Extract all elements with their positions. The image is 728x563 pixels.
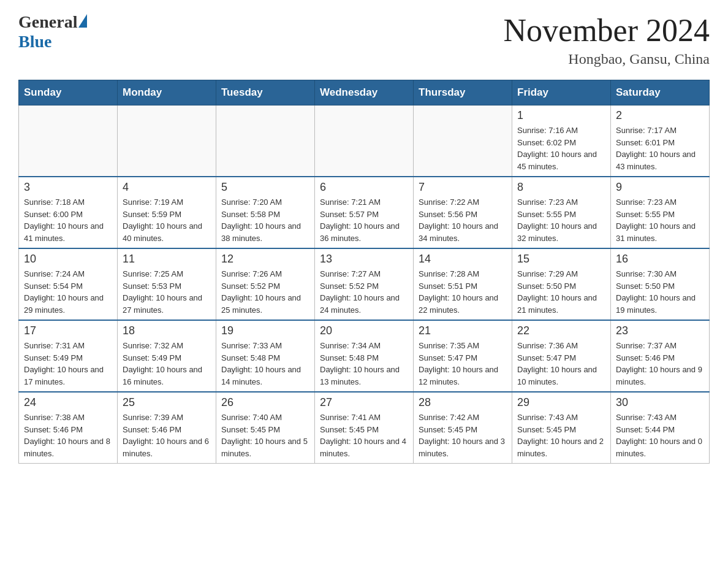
day-info: Sunrise: 7:38 AMSunset: 5:46 PMDaylight:…	[24, 412, 112, 459]
calendar-cell: 11Sunrise: 7:25 AMSunset: 5:53 PMDayligh…	[118, 248, 216, 320]
day-info: Sunrise: 7:25 AMSunset: 5:53 PMDaylight:…	[123, 268, 211, 316]
day-info: Sunrise: 7:24 AMSunset: 5:54 PMDaylight:…	[24, 268, 112, 316]
day-number: 8	[517, 181, 605, 194]
day-info: Sunrise: 7:35 AMSunset: 5:47 PMDaylight:…	[419, 340, 507, 388]
day-number: 14	[419, 253, 507, 266]
day-info: Sunrise: 7:19 AMSunset: 5:59 PMDaylight:…	[123, 196, 211, 244]
day-header-monday: Monday	[118, 80, 216, 105]
calendar-cell: 24Sunrise: 7:38 AMSunset: 5:46 PMDayligh…	[19, 392, 118, 464]
calendar-subtitle: Hongbao, Gansu, China	[504, 51, 710, 67]
day-number: 17	[24, 324, 112, 337]
calendar-cell: 16Sunrise: 7:30 AMSunset: 5:50 PMDayligh…	[611, 248, 710, 320]
day-number: 30	[616, 396, 704, 409]
day-number: 18	[123, 324, 211, 337]
day-number: 5	[221, 181, 309, 194]
day-number: 21	[419, 324, 507, 337]
day-number: 26	[221, 396, 309, 409]
week-row-2: 10Sunrise: 7:24 AMSunset: 5:54 PMDayligh…	[19, 248, 710, 320]
calendar-cell	[216, 105, 315, 177]
calendar-cell	[118, 105, 216, 177]
calendar-cell: 7Sunrise: 7:22 AMSunset: 5:56 PMDaylight…	[414, 177, 512, 248]
day-header-tuesday: Tuesday	[216, 80, 315, 105]
header: General Blue November 2024 Hongbao, Gans…	[18, 12, 710, 67]
calendar-cell: 12Sunrise: 7:26 AMSunset: 5:52 PMDayligh…	[216, 248, 315, 320]
day-number: 24	[24, 396, 112, 409]
calendar-cell: 18Sunrise: 7:32 AMSunset: 5:49 PMDayligh…	[118, 320, 216, 392]
week-row-3: 17Sunrise: 7:31 AMSunset: 5:49 PMDayligh…	[19, 320, 710, 392]
day-info: Sunrise: 7:36 AMSunset: 5:47 PMDaylight:…	[517, 340, 605, 388]
title-area: November 2024 Hongbao, Gansu, China	[504, 12, 710, 67]
day-info: Sunrise: 7:26 AMSunset: 5:52 PMDaylight:…	[221, 268, 309, 316]
calendar-cell: 3Sunrise: 7:18 AMSunset: 6:00 PMDaylight…	[19, 177, 118, 248]
day-info: Sunrise: 7:20 AMSunset: 5:58 PMDaylight:…	[221, 196, 309, 244]
logo-triangle-icon	[78, 14, 87, 28]
calendar-cell: 27Sunrise: 7:41 AMSunset: 5:45 PMDayligh…	[315, 392, 414, 464]
day-info: Sunrise: 7:43 AMSunset: 5:45 PMDaylight:…	[517, 412, 605, 459]
calendar-cell: 30Sunrise: 7:43 AMSunset: 5:44 PMDayligh…	[611, 392, 710, 464]
day-info: Sunrise: 7:28 AMSunset: 5:51 PMDaylight:…	[419, 268, 507, 316]
day-header-sunday: Sunday	[19, 80, 118, 105]
calendar-cell: 20Sunrise: 7:34 AMSunset: 5:48 PMDayligh…	[315, 320, 414, 392]
calendar-cell: 2Sunrise: 7:17 AMSunset: 6:01 PMDaylight…	[611, 105, 710, 177]
day-info: Sunrise: 7:41 AMSunset: 5:45 PMDaylight:…	[320, 412, 408, 459]
calendar-cell: 4Sunrise: 7:19 AMSunset: 5:59 PMDaylight…	[118, 177, 216, 248]
day-info: Sunrise: 7:27 AMSunset: 5:52 PMDaylight:…	[320, 268, 408, 316]
calendar-table: SundayMondayTuesdayWednesdayThursdayFrid…	[18, 80, 710, 464]
day-info: Sunrise: 7:32 AMSunset: 5:49 PMDaylight:…	[123, 340, 211, 388]
day-number: 4	[123, 181, 211, 194]
logo-text: General	[18, 12, 87, 32]
calendar-cell: 14Sunrise: 7:28 AMSunset: 5:51 PMDayligh…	[414, 248, 512, 320]
calendar-title: November 2024	[504, 12, 710, 48]
logo-area: General Blue	[18, 12, 87, 52]
day-number: 29	[517, 396, 605, 409]
day-info: Sunrise: 7:23 AMSunset: 5:55 PMDaylight:…	[616, 196, 704, 244]
day-header-row: SundayMondayTuesdayWednesdayThursdayFrid…	[19, 80, 710, 105]
day-number: 23	[616, 324, 704, 337]
calendar-cell: 19Sunrise: 7:33 AMSunset: 5:48 PMDayligh…	[216, 320, 315, 392]
day-header-thursday: Thursday	[414, 80, 512, 105]
day-number: 19	[221, 324, 309, 337]
day-number: 11	[123, 253, 211, 266]
calendar-cell: 15Sunrise: 7:29 AMSunset: 5:50 PMDayligh…	[512, 248, 611, 320]
day-number: 2	[616, 109, 704, 122]
week-row-0: 1Sunrise: 7:16 AMSunset: 6:02 PMDaylight…	[19, 105, 710, 177]
week-row-4: 24Sunrise: 7:38 AMSunset: 5:46 PMDayligh…	[19, 392, 710, 464]
day-number: 12	[221, 253, 309, 266]
day-number: 22	[517, 324, 605, 337]
calendar-cell	[19, 105, 118, 177]
day-number: 15	[517, 253, 605, 266]
day-info: Sunrise: 7:31 AMSunset: 5:49 PMDaylight:…	[24, 340, 112, 388]
logo-general-text: General	[18, 12, 77, 32]
calendar-cell: 5Sunrise: 7:20 AMSunset: 5:58 PMDaylight…	[216, 177, 315, 248]
day-number: 7	[419, 181, 507, 194]
calendar-cell: 25Sunrise: 7:39 AMSunset: 5:46 PMDayligh…	[118, 392, 216, 464]
day-header-friday: Friday	[512, 80, 611, 105]
logo-blue-text: Blue	[18, 32, 51, 51]
day-number: 10	[24, 253, 112, 266]
day-info: Sunrise: 7:23 AMSunset: 5:55 PMDaylight:…	[517, 196, 605, 244]
day-info: Sunrise: 7:30 AMSunset: 5:50 PMDaylight:…	[616, 268, 704, 316]
day-info: Sunrise: 7:33 AMSunset: 5:48 PMDaylight:…	[221, 340, 309, 388]
day-number: 9	[616, 181, 704, 194]
day-info: Sunrise: 7:43 AMSunset: 5:44 PMDaylight:…	[616, 412, 704, 459]
calendar-cell: 23Sunrise: 7:37 AMSunset: 5:46 PMDayligh…	[611, 320, 710, 392]
day-header-wednesday: Wednesday	[315, 80, 414, 105]
day-info: Sunrise: 7:40 AMSunset: 5:45 PMDaylight:…	[221, 412, 309, 459]
day-info: Sunrise: 7:37 AMSunset: 5:46 PMDaylight:…	[616, 340, 704, 388]
day-number: 13	[320, 253, 408, 266]
calendar-cell: 26Sunrise: 7:40 AMSunset: 5:45 PMDayligh…	[216, 392, 315, 464]
week-row-1: 3Sunrise: 7:18 AMSunset: 6:00 PMDaylight…	[19, 177, 710, 248]
day-number: 1	[517, 109, 605, 122]
day-number: 25	[123, 396, 211, 409]
logo-blue-row: Blue	[18, 32, 51, 52]
day-number: 6	[320, 181, 408, 194]
day-number: 3	[24, 181, 112, 194]
calendar-cell: 8Sunrise: 7:23 AMSunset: 5:55 PMDaylight…	[512, 177, 611, 248]
day-info: Sunrise: 7:39 AMSunset: 5:46 PMDaylight:…	[123, 412, 211, 459]
day-number: 16	[616, 253, 704, 266]
day-header-saturday: Saturday	[611, 80, 710, 105]
day-info: Sunrise: 7:22 AMSunset: 5:56 PMDaylight:…	[419, 196, 507, 244]
day-info: Sunrise: 7:29 AMSunset: 5:50 PMDaylight:…	[517, 268, 605, 316]
calendar-cell: 17Sunrise: 7:31 AMSunset: 5:49 PMDayligh…	[19, 320, 118, 392]
day-info: Sunrise: 7:17 AMSunset: 6:01 PMDaylight:…	[616, 124, 704, 172]
